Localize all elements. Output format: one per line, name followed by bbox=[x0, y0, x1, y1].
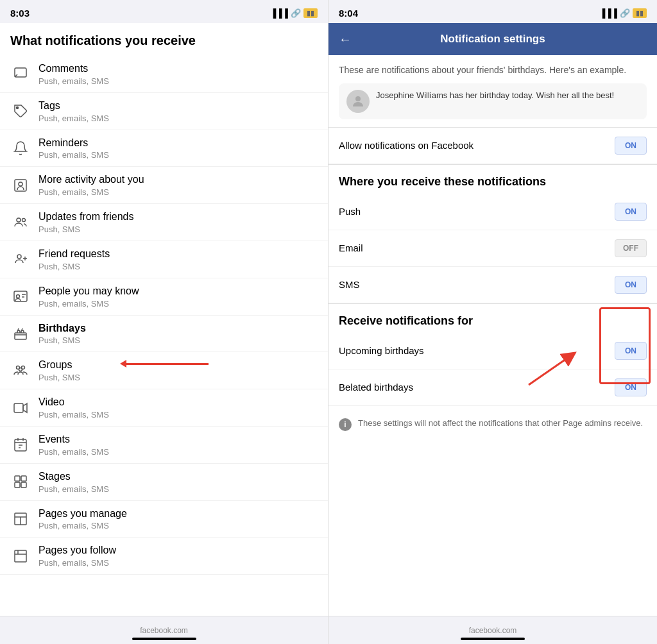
item-title-stages: Stages bbox=[38, 470, 109, 484]
video-icon bbox=[10, 398, 31, 418]
example-notif-text: Josephine Williams has her birthday toda… bbox=[376, 90, 614, 101]
item-title-friend-requests: Friend requests bbox=[38, 248, 110, 261]
list-item-updates-friends[interactable]: Updates from friends Push, SMS bbox=[0, 204, 328, 241]
right-content: These are notifications about your frien… bbox=[328, 55, 657, 644]
left-phone: 8:03 ▐▐▐ 🔗 ▮▮ What notifications you rec… bbox=[0, 0, 328, 644]
item-sub-video: Push, emails, SMS bbox=[38, 410, 109, 419]
right-status-bar: 8:04 ▐▐▐ 🔗 ▮▮ bbox=[328, 0, 657, 23]
channel-push-label: Push bbox=[339, 206, 361, 217]
signal-icon: ▐▐▐ bbox=[270, 8, 288, 18]
list-item-pages-follow[interactable]: Pages you follow Push, emails, SMS bbox=[0, 538, 328, 575]
stages-icon bbox=[10, 471, 31, 492]
item-sub-reminders: Push, emails, SMS bbox=[38, 150, 109, 160]
list-item-pages-manage[interactable]: Pages you manage Push, emails, SMS bbox=[0, 501, 328, 538]
item-sub-events: Push, emails, SMS bbox=[38, 447, 109, 457]
left-status-bar: 8:03 ▐▐▐ 🔗 ▮▮ bbox=[0, 0, 328, 23]
comment-icon bbox=[10, 64, 31, 84]
item-title-people-know: People you may know bbox=[38, 285, 139, 298]
signal-icon-right: ▐▐▐ bbox=[599, 8, 617, 18]
channel-email-row[interactable]: Email OFF bbox=[328, 230, 657, 267]
svg-rect-24 bbox=[21, 476, 26, 481]
channel-sms-row[interactable]: SMS ON bbox=[328, 267, 657, 303]
avatar bbox=[346, 90, 370, 113]
svg-point-1 bbox=[17, 107, 19, 109]
channels-list: Push ON Email OFF SMS ON bbox=[328, 194, 657, 303]
channel-email-toggle[interactable]: OFF bbox=[615, 239, 647, 257]
item-sub-more-activity: Push, emails, SMS bbox=[38, 187, 144, 197]
description-text: These are notifications about your frien… bbox=[328, 55, 657, 83]
list-item-birthdays[interactable]: Birthdays Push, SMS bbox=[0, 316, 328, 353]
svg-marker-16 bbox=[23, 403, 27, 412]
right-bottom-bar: facebook.com bbox=[328, 616, 657, 644]
list-item-groups[interactable]: Groups Push, SMS bbox=[0, 352, 328, 389]
left-footer-text: facebook.com bbox=[140, 626, 188, 635]
person-id-icon bbox=[10, 286, 31, 307]
list-item-events[interactable]: Events Push, emails, SMS bbox=[0, 427, 328, 464]
left-status-time: 8:03 bbox=[10, 8, 30, 19]
allow-notifications-label: Allow notifications on Facebook bbox=[339, 140, 474, 151]
left-content: What notifications you receive Comments … bbox=[0, 23, 328, 644]
right-phone: 8:04 ▐▐▐ 🔗 ▮▮ ← Notification settings Th… bbox=[328, 0, 657, 644]
pages-follow-icon bbox=[10, 546, 31, 566]
tag-icon bbox=[10, 101, 31, 121]
item-sub-comments: Push, emails, SMS bbox=[38, 76, 109, 86]
info-icon: i bbox=[339, 418, 352, 431]
right-status-time: 8:04 bbox=[339, 8, 358, 19]
svg-point-4 bbox=[17, 218, 21, 222]
red-arrow-left bbox=[125, 363, 209, 365]
list-item-more-activity[interactable]: More activity about you Push, emails, SM… bbox=[0, 167, 328, 204]
left-bottom-bar: facebook.com bbox=[0, 616, 328, 644]
item-title-comments: Comments bbox=[38, 62, 109, 76]
svg-point-5 bbox=[22, 218, 26, 221]
item-sub-birthdays: Push, SMS bbox=[38, 335, 86, 345]
upcoming-birthdays-label: Upcoming birthdays bbox=[339, 345, 424, 356]
item-title-video: Video bbox=[38, 396, 109, 409]
bell-icon bbox=[10, 138, 31, 158]
belated-birthdays-toggle[interactable]: ON bbox=[615, 378, 647, 396]
where-section-title: Where you receive these notifications bbox=[328, 165, 657, 194]
allow-notifications-row[interactable]: Allow notifications on Facebook ON bbox=[328, 128, 657, 164]
item-sub-tags: Push, emails, SMS bbox=[38, 114, 109, 123]
receive-section: Receive notifications for Upcoming birth… bbox=[328, 304, 657, 406]
item-title-pages-manage: Pages you manage bbox=[38, 507, 127, 521]
channel-push-toggle[interactable]: ON bbox=[615, 203, 647, 221]
svg-point-8 bbox=[17, 295, 20, 298]
right-home-indicator bbox=[461, 638, 525, 640]
list-item-comments[interactable]: Comments Push, emails, SMS bbox=[0, 56, 328, 93]
item-sub-people-know: Push, emails, SMS bbox=[38, 299, 139, 309]
svg-rect-26 bbox=[21, 482, 26, 487]
arrow-line bbox=[125, 363, 209, 365]
list-item-tags[interactable]: Tags Push, emails, SMS bbox=[0, 93, 328, 130]
link-icon-right: 🔗 bbox=[620, 8, 630, 18]
svg-rect-30 bbox=[15, 550, 26, 562]
list-item-reminders[interactable]: Reminders Push, emails, SMS bbox=[0, 130, 328, 167]
red-arrow-right bbox=[522, 350, 580, 388]
info-box: i These settings will not affect the not… bbox=[328, 409, 657, 440]
svg-rect-25 bbox=[15, 482, 20, 487]
events-icon bbox=[10, 434, 31, 455]
link-icon: 🔗 bbox=[291, 8, 301, 18]
item-title-more-activity: More activity about you bbox=[38, 173, 144, 187]
channel-sms-toggle[interactable]: ON bbox=[615, 276, 647, 294]
person-add-icon bbox=[10, 249, 31, 269]
info-text: These settings will not affect the notif… bbox=[358, 418, 643, 429]
list-item-people-know[interactable]: People you may know Push, emails, SMS bbox=[0, 278, 328, 316]
header-title: Notification settings bbox=[359, 33, 626, 46]
friends-icon bbox=[10, 212, 31, 233]
right-footer-text: facebook.com bbox=[469, 626, 517, 635]
back-button[interactable]: ← bbox=[339, 32, 352, 47]
left-home-indicator bbox=[132, 638, 196, 640]
left-status-icons: ▐▐▐ 🔗 ▮▮ bbox=[270, 8, 318, 18]
svg-rect-23 bbox=[15, 476, 20, 481]
item-sub-pages-follow: Push, emails, SMS bbox=[38, 558, 116, 568]
upcoming-birthdays-row[interactable]: Upcoming birthdays ON bbox=[328, 333, 657, 369]
list-item-friend-requests[interactable]: Friend requests Push, SMS bbox=[0, 241, 328, 278]
list-item-video[interactable]: Video Push, emails, SMS bbox=[0, 389, 328, 427]
belated-birthdays-row[interactable]: Belated birthdays ON bbox=[328, 369, 657, 406]
item-sub-groups: Push, SMS bbox=[38, 373, 80, 382]
upcoming-birthdays-toggle[interactable]: ON bbox=[615, 342, 647, 360]
allow-notifications-toggle[interactable]: ON bbox=[615, 137, 647, 155]
list-item-stages[interactable]: Stages Push, emails, SMS bbox=[0, 464, 328, 501]
receive-section-title: Receive notifications for bbox=[328, 304, 657, 333]
channel-push-row[interactable]: Push ON bbox=[328, 194, 657, 230]
